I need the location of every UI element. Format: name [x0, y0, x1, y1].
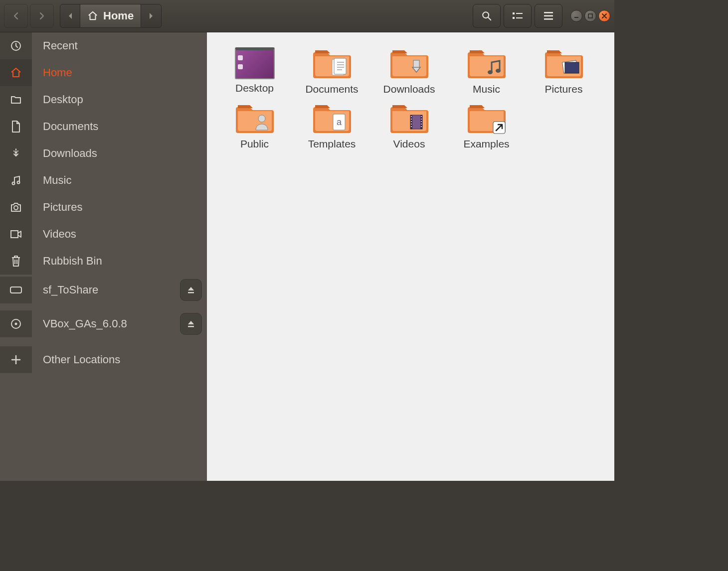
svg-text:a: a — [336, 117, 342, 127]
folder-icon — [312, 45, 352, 80]
grid-item-music[interactable]: Music — [453, 42, 520, 95]
search-button[interactable] — [473, 4, 501, 28]
folder-icon — [235, 100, 275, 135]
folder-icon — [544, 45, 584, 80]
svg-rect-16 — [188, 292, 194, 293]
svg-rect-3 — [513, 17, 515, 19]
film-overlay-icon — [406, 112, 426, 132]
path-label: Home — [103, 9, 134, 22]
grid-item-label: Templates — [308, 138, 356, 150]
minimize-button[interactable] — [570, 10, 582, 22]
grid-item-examples[interactable]: Examples — [453, 97, 520, 150]
forward-button[interactable] — [30, 4, 54, 28]
grid-item-desktop[interactable]: Desktop — [221, 42, 288, 95]
grid-item-downloads[interactable]: Downloads — [375, 42, 443, 95]
pathbar: Home — [60, 4, 162, 28]
sidebar-item-documents[interactable]: Documents — [0, 113, 207, 140]
svg-rect-15 — [10, 287, 21, 293]
close-button[interactable] — [598, 10, 610, 22]
sidebar-item-sftoshare[interactable]: sf_ToShare — [0, 277, 207, 303]
svg-rect-33 — [411, 116, 412, 117]
search-icon — [481, 10, 492, 21]
desktop-icon — [235, 47, 275, 79]
sidebar-item-label: sf_ToShare — [32, 284, 180, 296]
sidebar-item-recent[interactable]: Recent — [0, 32, 207, 59]
grid-item-label: Downloads — [383, 83, 435, 95]
document-icon — [10, 120, 21, 133]
svg-rect-9 — [588, 14, 592, 18]
maximize-button[interactable] — [584, 10, 596, 22]
maximize-icon — [588, 13, 593, 18]
eject-button[interactable] — [180, 313, 202, 335]
minimize-icon — [574, 13, 579, 18]
grid-item-videos[interactable]: Videos — [375, 97, 443, 150]
eject-icon — [186, 319, 195, 328]
content-pane[interactable]: Desktop Documents Downloads — [207, 32, 614, 481]
path-next-button[interactable] — [141, 4, 161, 27]
svg-rect-40 — [421, 121, 422, 122]
svg-rect-22 — [413, 60, 419, 67]
svg-rect-38 — [421, 116, 422, 117]
sidebar-item-label: Videos — [32, 228, 207, 241]
sidebar-item-trash[interactable]: Rubbish Bin — [0, 248, 207, 275]
svg-rect-42 — [421, 126, 422, 127]
folder-icon — [467, 100, 507, 135]
svg-rect-21 — [334, 58, 346, 74]
sidebar-item-vbox[interactable]: VBox_GAs_6.0.8 — [0, 310, 207, 337]
sidebar-item-desktop[interactable]: Desktop — [0, 86, 207, 113]
back-button[interactable] — [4, 4, 28, 28]
grid-item-documents[interactable]: Documents — [298, 42, 365, 95]
grid-item-label: Desktop — [235, 82, 274, 94]
grid-item-templates[interactable]: a Templates — [298, 97, 365, 150]
folder-icon — [389, 100, 429, 135]
sidebar-item-label: Downloads — [32, 147, 207, 160]
grid-item-pictures[interactable]: Pictures — [530, 42, 597, 95]
sidebar-item-label: Pictures — [32, 201, 207, 214]
svg-point-13 — [14, 206, 18, 210]
sidebar-item-home[interactable]: Home — [0, 59, 207, 86]
svg-rect-6 — [544, 15, 553, 17]
sidebar-item-label: Other Locations — [32, 353, 207, 366]
svg-rect-4 — [516, 17, 523, 18]
svg-point-27 — [258, 115, 265, 122]
svg-rect-1 — [513, 12, 515, 14]
sidebar-item-pictures[interactable]: Pictures — [0, 194, 207, 221]
close-icon — [602, 13, 607, 18]
svg-rect-41 — [421, 124, 422, 125]
template-overlay-icon: a — [329, 112, 349, 132]
nav-buttons — [4, 4, 54, 28]
headerbar: Home — [0, 0, 614, 32]
icon-grid: Desktop Documents Downloads — [221, 42, 600, 150]
sidebar-item-label: Desktop — [32, 93, 207, 106]
path-prev-button[interactable] — [60, 4, 80, 27]
eject-button[interactable] — [180, 279, 202, 301]
grid-item-label: Documents — [305, 83, 358, 95]
sidebar-item-music[interactable]: Music — [0, 167, 207, 194]
pictures-overlay-icon — [561, 57, 581, 77]
music-overlay-icon — [484, 57, 504, 77]
shortcut-arrow-icon — [493, 118, 506, 138]
person-overlay-icon — [252, 112, 272, 132]
plus-icon — [10, 354, 21, 365]
svg-rect-34 — [411, 119, 412, 120]
sidebar-item-downloads[interactable]: Downloads — [0, 140, 207, 167]
home-icon — [87, 10, 98, 21]
sidebar-item-videos[interactable]: Videos — [0, 221, 207, 248]
hamburger-menu-button[interactable] — [535, 4, 562, 28]
svg-rect-19 — [188, 326, 194, 327]
triangle-right-icon — [149, 12, 154, 19]
svg-rect-36 — [411, 124, 412, 125]
grid-item-label: Music — [473, 83, 500, 95]
grid-item-public[interactable]: Public — [221, 97, 288, 150]
svg-rect-5 — [544, 12, 553, 13]
sidebar-item-other-locations[interactable]: Other Locations — [0, 346, 207, 373]
view-toggle-button[interactable] — [504, 4, 532, 28]
document-overlay-icon — [329, 57, 349, 77]
hamburger-icon — [544, 11, 553, 20]
triangle-left-icon — [68, 12, 73, 19]
svg-rect-14 — [11, 231, 18, 238]
eject-icon — [186, 286, 195, 294]
path-segment-home[interactable]: Home — [80, 4, 141, 27]
main-body: Recent Home Desktop Documents Downloads … — [0, 32, 614, 481]
sidebar-item-label: Recent — [32, 39, 207, 52]
